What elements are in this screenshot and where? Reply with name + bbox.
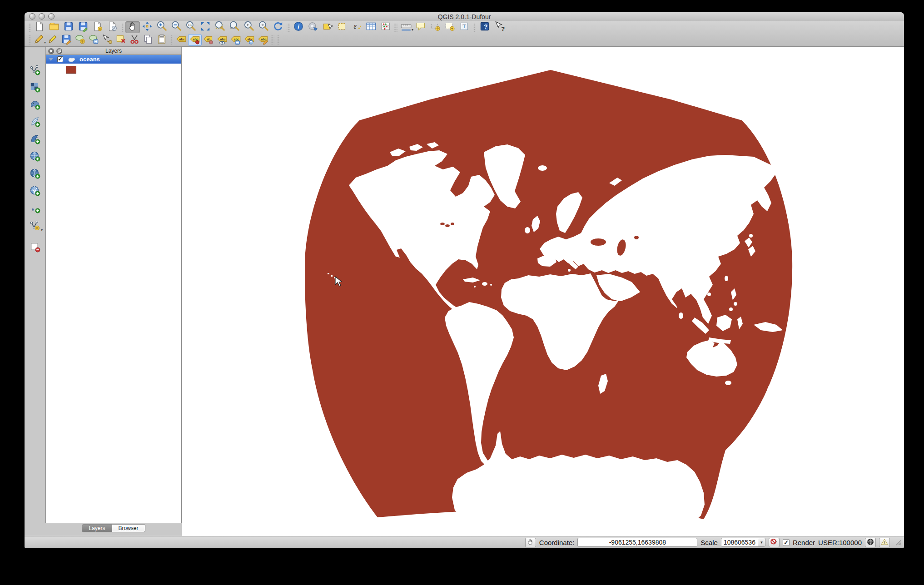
crs-status-text: USER:100000 [818,539,862,546]
run-feature-action-button[interactable] [306,21,320,33]
new-print-composer-button[interactable] [90,21,105,33]
add-delimited-text-layer-button[interactable]: , [27,201,43,217]
whats-this-button[interactable]: ? [492,21,507,33]
pan-map-button[interactable] [125,21,140,33]
render-checkbox[interactable]: ✓ [783,539,790,546]
show-hide-labels-button[interactable]: abc [215,34,229,46]
measure-line-button[interactable]: ▾ [399,21,413,33]
svg-text:?: ? [501,25,505,32]
pan-to-selection-button[interactable] [140,21,154,33]
svg-text:abc: abc [248,38,253,41]
select-features-button[interactable] [320,21,335,33]
refresh-map-button[interactable] [271,21,285,33]
map-canvas[interactable] [182,47,904,536]
title-bar[interactable]: QGIS 2.0.1-Dufour [25,12,904,21]
zoom-next-button[interactable] [256,21,271,33]
status-bar: Coordinate: -9061255,16639808 Scale 1086… [25,536,904,548]
svg-text:1:1: 1:1 [188,24,192,26]
move-label-button[interactable]: abc [229,34,243,46]
node-tool-button[interactable] [100,34,114,46]
toolbar-drag-handle[interactable] [287,23,290,32]
toggle-editing-button[interactable] [46,34,60,46]
paste-features-button[interactable] [155,34,169,46]
layer-symbol-swatch[interactable] [66,66,76,74]
layer-name[interactable]: oceans [79,56,100,63]
layer-labeling-button[interactable]: abc [174,34,188,46]
toolbar-row-2: ▾abcabcababcabcabcabc [25,34,904,46]
zoom-to-layer-button[interactable] [227,21,242,33]
toolbar-drag-handle[interactable] [170,35,173,45]
show-bookmarks-button[interactable] [442,21,457,33]
stop-rendering-icon [770,538,778,547]
help-contents-button[interactable]: ? [477,21,492,33]
layer-visibility-checkbox[interactable]: ✓ [57,56,63,62]
save-project-button[interactable] [61,21,76,33]
change-label-properties-button[interactable]: abc [256,34,270,46]
zoom-native-button[interactable]: 1:1 [184,21,198,33]
zoom-last-button[interactable] [242,21,256,33]
toolbar-drag-handle[interactable] [277,35,280,45]
add-wms-layer-button[interactable] [27,149,43,165]
toggle-extents-button[interactable] [525,538,536,547]
zoom-out-button[interactable] [169,21,184,33]
field-calculator-button[interactable] [378,21,393,33]
highlight-pinned-labels-button[interactable]: ab [202,34,215,46]
messages-button[interactable]: ! [879,538,890,547]
toolbar-drag-handle[interactable] [28,23,31,32]
text-annotation-button[interactable]: T [457,21,472,33]
identify-features-button[interactable]: i [291,21,306,33]
pin-labels-button[interactable]: abc [188,34,202,46]
chevron-down-icon[interactable]: ▾ [41,228,43,232]
open-attribute-table-icon [365,20,377,34]
new-bookmark-button[interactable] [428,21,442,33]
new-shapefile-layer-button[interactable]: ▾ [27,218,43,234]
remove-layer-button[interactable] [27,240,43,256]
add-delimited-text-layer-icon: , [29,202,41,216]
toolbar-drag-handle[interactable] [394,23,397,32]
stop-rendering-button[interactable] [769,538,780,547]
zoom-to-selection-button[interactable] [213,21,227,33]
expand-triangle-icon[interactable] [49,58,53,61]
copy-features-button[interactable] [141,34,155,46]
add-wcs-layer-button[interactable] [27,167,43,182]
add-wfs-layer-button[interactable] [27,184,43,199]
svg-text:abc: abc [234,38,239,41]
scale-value[interactable]: 108606536 [721,539,758,546]
toolbar-drag-handle[interactable] [121,23,124,32]
save-project-as-button[interactable] [76,21,90,33]
layer-row-oceans[interactable]: ✓ oceans [46,55,181,64]
zoom-in-button[interactable] [154,21,169,33]
show-bookmarks-icon [444,20,456,34]
map-annotation-button[interactable] [413,21,428,33]
toolbar-drag-handle[interactable] [473,23,476,32]
deselect-features-button[interactable] [335,21,349,33]
add-raster-layer-button[interactable] [27,80,43,96]
open-project-button[interactable] [47,21,61,33]
panel-tab-bar: Layers Browser [45,523,182,536]
zoom-full-button[interactable] [198,21,213,33]
cut-features-button[interactable] [128,34,141,46]
add-spatialite-layer-button[interactable] [27,115,43,130]
move-feature-button[interactable] [87,34,100,46]
composer-manager-button[interactable] [105,21,119,33]
current-edits-button[interactable]: ▾ [32,34,46,46]
crs-status-button[interactable] [865,538,876,547]
coordinate-input[interactable]: -9061255,16639808 [577,538,697,547]
scale-dropdown-button[interactable]: ▼ [758,538,765,546]
scale-combo[interactable]: 108606536 ▼ [721,538,765,547]
add-feature-button[interactable] [73,34,87,46]
toolbar-drag-handle[interactable] [28,35,31,45]
select-by-expression-button[interactable]: ε [349,21,364,33]
delete-selected-button[interactable] [114,34,128,46]
open-attribute-table-button[interactable] [364,21,378,33]
save-layer-edits-button[interactable] [60,34,73,46]
rotate-label-button[interactable]: abc [243,34,256,46]
add-vector-layer-button[interactable] [27,63,43,79]
new-project-button[interactable] [32,21,47,33]
add-mssql-layer-button[interactable] [27,132,43,148]
tab-browser[interactable]: Browser [112,524,145,532]
toolbar-drag-handle[interactable] [271,35,274,45]
resize-grip[interactable] [895,539,901,545]
tab-layers[interactable]: Layers [82,524,112,532]
add-postgis-layer-button[interactable] [27,98,43,113]
